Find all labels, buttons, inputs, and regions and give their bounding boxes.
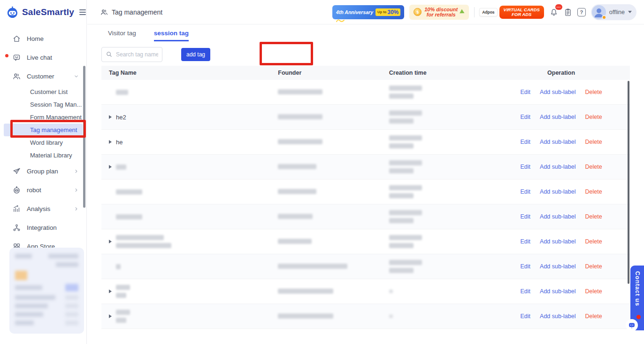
tag-name: [116, 164, 126, 170]
add-tag-button[interactable]: add tag: [181, 48, 210, 61]
operation-cell: Edit Add sub-label Delete: [492, 188, 630, 195]
virtual-cards-banner[interactable]: Adpos VIRTUAL CARDS FOR ADS: [480, 6, 544, 19]
chevron-down-icon: [74, 74, 79, 79]
table-scrollbar-thumb[interactable]: [628, 81, 629, 284]
sidebar-item-tag-management[interactable]: Tag management: [4, 124, 83, 136]
delete-link[interactable]: Delete: [585, 288, 602, 295]
help-icon[interactable]: ?: [577, 8, 586, 16]
sidebar-item-word-library[interactable]: Word library: [0, 136, 86, 149]
delete-link[interactable]: Delete: [585, 114, 602, 120]
sidebar-item-integration[interactable]: Integration: [0, 218, 86, 237]
table-header: Tag Name Founder Creation time Operation: [101, 66, 630, 80]
expand-arrow-icon[interactable]: [109, 289, 112, 293]
anniversary-text: 4th Anniversary: [336, 9, 373, 15]
divider: [474, 7, 475, 17]
tag-name: he: [116, 139, 123, 146]
expand-arrow-icon[interactable]: [109, 140, 112, 144]
user-menu[interactable]: offline: [591, 4, 636, 20]
founder-cell: [270, 287, 381, 296]
sidebar-item-label: Integration: [27, 224, 57, 231]
add-sub-label-link[interactable]: Add sub-label: [540, 114, 575, 120]
edit-link[interactable]: Edit: [521, 89, 531, 95]
add-sub-label-link[interactable]: Add sub-label: [540, 263, 575, 270]
contact-us-tab[interactable]: Contact us: [630, 266, 644, 330]
edit-link[interactable]: Edit: [521, 188, 531, 195]
delete-link[interactable]: Delete: [585, 139, 602, 145]
anniversary-banner[interactable]: 4th Anniversary Up to 30%: [332, 5, 404, 19]
sidebar-item-form-management[interactable]: Form Management: [0, 111, 86, 124]
edit-link[interactable]: Edit: [521, 164, 531, 170]
add-sub-label-link[interactable]: Add sub-label: [540, 313, 575, 320]
delete-link[interactable]: Delete: [585, 238, 602, 245]
clipboard-icon[interactable]: [564, 8, 572, 16]
delete-link[interactable]: Delete: [585, 188, 602, 195]
table-row: Edit Add sub-label Delete: [101, 180, 630, 204]
sidebar-scrollbar-thumb[interactable]: [83, 66, 85, 208]
salesmartly-logo-icon: [6, 6, 19, 19]
column-header-operation: Operation: [492, 70, 630, 76]
founder-redacted: [278, 189, 316, 194]
promo-card-redacted-content: [15, 284, 78, 291]
sidebar-item-home[interactable]: Home: [0, 29, 86, 48]
chevron-right-icon: [74, 169, 79, 174]
founder-cell: [270, 312, 381, 321]
sidebar-item-customer-list[interactable]: Customer List: [0, 86, 86, 98]
add-sub-label-link[interactable]: Add sub-label: [540, 188, 575, 195]
creation-time-cell: [382, 110, 492, 124]
founder-redacted: [278, 289, 333, 294]
edit-link[interactable]: Edit: [521, 139, 531, 145]
tag-name: [116, 214, 142, 219]
sidebar-item-analysis[interactable]: Analysis: [0, 199, 86, 218]
add-sub-label-link[interactable]: Add sub-label: [540, 164, 575, 170]
expand-arrow-icon[interactable]: [109, 314, 112, 318]
sidebar-item-group-plan[interactable]: Group plan: [0, 162, 86, 180]
sidebar-item-material-library[interactable]: Material Library: [0, 149, 86, 162]
delete-link[interactable]: Delete: [585, 213, 602, 220]
search-box: [101, 47, 162, 62]
app-window: SaleSmartly Home Live chat: [0, 0, 644, 344]
edit-link[interactable]: Edit: [521, 114, 531, 120]
notifications-bell-icon[interactable]: •••: [549, 8, 559, 17]
tag-name-cell: [101, 214, 270, 219]
brand-name: SaleSmartly: [22, 7, 74, 17]
anniversary-badge: Up to 30%: [376, 8, 400, 16]
delete-link[interactable]: Delete: [585, 89, 602, 95]
table-row: Edit Add sub-label Delete: [101, 80, 630, 105]
edit-link[interactable]: Edit: [521, 263, 531, 270]
chevron-right-icon: [74, 206, 79, 211]
referral-banner[interactable]: $ 10% discount for referrals: [409, 5, 469, 20]
virtual-cards-button[interactable]: VIRTUAL CARDS FOR ADS: [499, 6, 544, 19]
sidebar-item-session-tag-management[interactable]: Session Tag Man...: [0, 98, 86, 111]
table-row: he2 Edit Add sub-label Delete: [101, 105, 630, 130]
promo-card[interactable]: [9, 248, 84, 334]
edit-link[interactable]: Edit: [521, 213, 531, 220]
expand-arrow-icon[interactable]: [109, 115, 112, 119]
sidebar-item-live-chat[interactable]: Live chat: [0, 48, 86, 67]
delete-link[interactable]: Delete: [585, 263, 602, 270]
creation-time-cell: [382, 185, 492, 198]
add-sub-label-link[interactable]: Add sub-label: [540, 89, 575, 95]
expand-arrow-icon[interactable]: [109, 240, 112, 243]
arrow-decoration: [460, 9, 466, 15]
sidebar-item-robot[interactable]: robot: [0, 180, 86, 199]
sidebar-item-customer[interactable]: Customer: [0, 67, 86, 86]
edit-link[interactable]: Edit: [521, 288, 531, 295]
promo-card-redacted-content: [15, 312, 78, 317]
customer-submenu: Customer List Session Tag Man... Form Ma…: [0, 86, 86, 162]
add-sub-label-link[interactable]: Add sub-label: [540, 139, 575, 145]
tab-session-tag[interactable]: session tag: [154, 30, 189, 41]
add-sub-label-link[interactable]: Add sub-label: [540, 288, 575, 295]
menu-toggle-icon[interactable]: [79, 9, 86, 15]
contact-notification-dot: [636, 315, 641, 319]
add-sub-label-link[interactable]: Add sub-label: [540, 238, 575, 245]
tab-visitor-tag[interactable]: Visitor tag: [108, 30, 136, 41]
operation-cell: Edit Add sub-label Delete: [492, 114, 630, 120]
delete-link[interactable]: Delete: [585, 313, 602, 320]
edit-link[interactable]: Edit: [521, 238, 531, 245]
edit-link[interactable]: Edit: [521, 313, 531, 320]
integration-icon: [13, 224, 21, 232]
delete-link[interactable]: Delete: [585, 164, 602, 170]
expand-arrow-icon[interactable]: [109, 165, 112, 169]
add-sub-label-link[interactable]: Add sub-label: [540, 213, 575, 220]
header-right: 4th Anniversary Up to 30% $ 10% discount…: [332, 4, 636, 20]
